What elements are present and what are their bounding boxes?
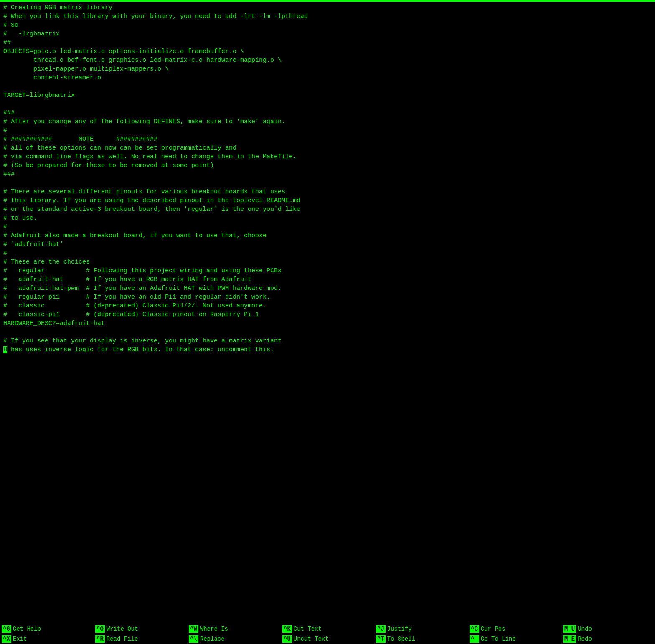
shortcut-item[interactable]: ^JJustify	[374, 624, 468, 634]
shortcut-key: ^C	[470, 625, 479, 633]
shortcut-label: Cur Pos	[481, 626, 505, 632]
shortcut-key: ^X	[2, 635, 11, 643]
shortcut-key: ^W	[189, 625, 198, 633]
shortcut-label: Justify	[387, 626, 412, 632]
shortcut-item[interactable]: M-UUndo	[561, 624, 655, 634]
shortcut-item[interactable]: ^RRead File	[94, 634, 187, 644]
shortcut-label: Replace	[200, 636, 225, 642]
shortcut-item[interactable]: M-ERedo	[561, 634, 655, 644]
shortcut-key: ^U	[282, 635, 292, 643]
shortcut-item[interactable]: ^_Go To Line	[468, 634, 561, 644]
shortcut-label: To Spell	[387, 636, 415, 642]
editor-content[interactable]: # Creating RGB matrix library # When you…	[0, 2, 655, 356]
shortcut-row-2: ^XExit^RRead File^\Replace^UUncut Text^T…	[0, 634, 655, 644]
shortcut-key: ^J	[376, 625, 386, 633]
shortcut-label: Go To Line	[481, 636, 516, 642]
shortcut-key: M-U	[563, 625, 576, 633]
cursor: H	[3, 346, 7, 353]
shortcut-key: M-E	[563, 635, 576, 643]
shortcut-item[interactable]: ^TTo Spell	[374, 634, 468, 644]
shortcut-label: Redo	[578, 636, 592, 642]
shortcut-label: Uncut Text	[294, 636, 329, 642]
shortcut-key: ^K	[282, 625, 292, 633]
shortcut-label: Read File	[107, 636, 138, 642]
shortcut-key: ^O	[95, 625, 105, 633]
shortcut-item[interactable]: ^WWhere Is	[187, 624, 281, 634]
shortcut-row-1: ^GGet Help^OWrite Out^WWhere Is^KCut Tex…	[0, 624, 655, 634]
shortcut-item[interactable]: ^GGet Help	[0, 624, 94, 634]
shortcut-key: ^R	[95, 635, 105, 643]
shortcut-label: Write Out	[107, 626, 138, 632]
shortcut-key: ^\	[189, 635, 198, 643]
shortcut-label: Get Help	[13, 626, 41, 632]
shortcut-label: Undo	[578, 626, 592, 632]
shortcut-bar: ^GGet Help^OWrite Out^WWhere Is^KCut Tex…	[0, 624, 655, 644]
shortcut-item[interactable]: ^KCut Text	[281, 624, 374, 634]
shortcut-item[interactable]: ^XExit	[0, 634, 94, 644]
shortcut-label: Cut Text	[294, 626, 322, 632]
shortcut-key: ^T	[376, 635, 386, 643]
shortcut-item[interactable]: ^\Replace	[187, 634, 281, 644]
shortcut-key: ^G	[2, 625, 11, 633]
shortcut-label: Exit	[13, 636, 27, 642]
shortcut-key: ^_	[470, 635, 479, 643]
shortcut-item[interactable]: ^OWrite Out	[94, 624, 187, 634]
shortcut-label: Where Is	[200, 626, 228, 632]
shortcut-item[interactable]: ^UUncut Text	[281, 634, 374, 644]
shortcut-item[interactable]: ^CCur Pos	[468, 624, 561, 634]
